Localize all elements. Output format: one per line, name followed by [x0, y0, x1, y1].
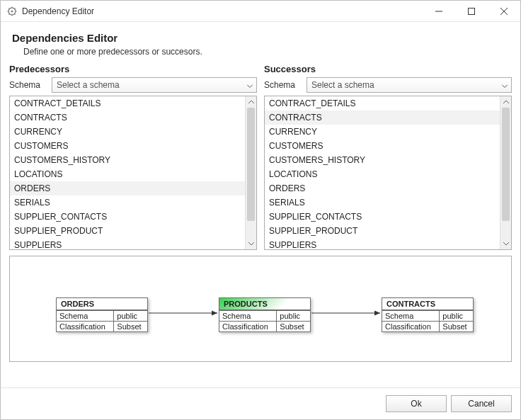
predecessors-schema-select[interactable]: Select a schema: [52, 77, 257, 93]
list-item[interactable]: CONTRACT_DETAILS: [265, 96, 500, 110]
cancel-button[interactable]: Cancel: [451, 395, 512, 412]
node-row-label: Schema: [382, 311, 440, 322]
list-item[interactable]: LOCATIONS: [265, 167, 500, 181]
list-item[interactable]: ORDERS: [10, 181, 245, 195]
node-row-label: Schema: [219, 311, 277, 322]
successors-schema-value: Select a schema: [311, 80, 374, 90]
content: Dependencies Editor Define one or more p…: [1, 22, 520, 387]
node-row-value: public: [114, 311, 147, 322]
titlebar: Dependency Editor: [1, 1, 520, 22]
list-item[interactable]: SUPPLIER_CONTACTS: [265, 210, 500, 224]
node-title: ORDERS: [57, 298, 147, 310]
node-row-value: Subset: [277, 322, 310, 332]
predecessors-listbox[interactable]: CONTRACT_DETAILSCONTRACTSCURRENCYCUSTOME…: [9, 96, 257, 250]
node-title: PRODUCTS: [219, 298, 310, 310]
diagram-panel: ORDERSSchemapublicClassificationSubsetPR…: [9, 256, 512, 362]
chevron-down-icon: [247, 80, 253, 91]
successors-column: Successors Schema Select a schema CONTRA…: [264, 64, 512, 250]
successors-schema-row: Schema Select a schema: [264, 77, 512, 93]
list-item[interactable]: CUSTOMERS: [10, 139, 245, 153]
node-row-value: Subset: [440, 322, 473, 332]
list-item[interactable]: SUPPLIERS: [265, 238, 500, 249]
scroll-thumb[interactable]: [247, 108, 255, 221]
successors-title: Successors: [264, 64, 512, 74]
node-title: CONTRACTS: [382, 298, 473, 310]
list-item[interactable]: SERIALS: [265, 195, 500, 210]
node-row-label: Classification: [57, 322, 114, 332]
scroll-down-icon[interactable]: [246, 238, 256, 249]
scroll-up-icon[interactable]: [500, 96, 511, 108]
predecessors-title: Predecessors: [9, 64, 257, 74]
maximize-button[interactable]: [455, 1, 488, 22]
list-item[interactable]: SUPPLIER_CONTACTS: [10, 210, 245, 224]
list-item[interactable]: CONTRACTS: [265, 110, 500, 125]
scrollbar[interactable]: [245, 96, 256, 249]
node-row-label: Schema: [57, 311, 114, 322]
close-button[interactable]: [488, 1, 520, 22]
svg-rect-11: [469, 8, 475, 14]
list-item[interactable]: SUPPLIERS: [10, 238, 245, 249]
list-item[interactable]: LOCATIONS: [10, 167, 245, 181]
predecessors-schema-value: Select a schema: [57, 80, 120, 90]
diagram-node[interactable]: PRODUCTSSchemapublicClassificationSubset: [219, 297, 311, 332]
list-item[interactable]: CUSTOMERS_HISTORY: [265, 153, 500, 167]
node-row-label: Classification: [382, 322, 440, 332]
list-item[interactable]: CURRENCY: [265, 125, 500, 139]
list-item[interactable]: CUSTOMERS: [265, 139, 500, 153]
scroll-thumb[interactable]: [502, 108, 510, 221]
predecessors-schema-label: Schema: [9, 80, 47, 90]
app-icon: [6, 6, 18, 17]
list-item[interactable]: CUSTOMERS_HISTORY: [10, 153, 245, 167]
minimize-button[interactable]: [423, 1, 455, 22]
predecessors-schema-row: Schema Select a schema: [9, 77, 257, 93]
predecessors-column: Predecessors Schema Select a schema CONT…: [9, 64, 257, 250]
scrollbar[interactable]: [500, 96, 511, 249]
list-item[interactable]: SUPPLIER_PRODUCT: [10, 224, 245, 238]
list-item[interactable]: SERIALS: [10, 195, 245, 210]
ok-button[interactable]: Ok: [386, 395, 447, 412]
scroll-down-icon[interactable]: [500, 238, 511, 249]
button-bar: Ok Cancel: [1, 387, 520, 419]
svg-point-1: [11, 10, 13, 12]
diagram-node[interactable]: CONTRACTSSchemapublicClassificationSubse…: [382, 297, 474, 332]
node-row-value: public: [440, 311, 473, 322]
scroll-up-icon[interactable]: [246, 96, 256, 108]
dependency-editor-window: Dependency Editor Dependencies Editor De…: [0, 0, 521, 420]
diagram-node[interactable]: ORDERSSchemapublicClassificationSubset: [56, 297, 148, 332]
list-item[interactable]: CURRENCY: [10, 125, 245, 139]
list-item[interactable]: CONTRACT_DETAILS: [10, 96, 245, 110]
columns: Predecessors Schema Select a schema CONT…: [9, 64, 512, 250]
list-item[interactable]: SUPPLIER_PRODUCT: [265, 224, 500, 238]
node-row-value: public: [277, 311, 310, 322]
node-row-label: Classification: [219, 322, 277, 332]
page-title: Dependencies Editor: [12, 32, 512, 44]
successors-listbox[interactable]: CONTRACT_DETAILSCONTRACTSCURRENCYCUSTOME…: [264, 96, 512, 250]
window-title: Dependency Editor: [22, 6, 94, 16]
successors-schema-label: Schema: [264, 80, 302, 90]
node-row-value: Subset: [114, 322, 147, 332]
page-subtitle: Define one or more predecessors or succe…: [23, 47, 512, 57]
list-item[interactable]: CONTRACTS: [10, 110, 245, 125]
list-item[interactable]: ORDERS: [265, 181, 500, 195]
chevron-down-icon: [502, 80, 508, 91]
successors-schema-select[interactable]: Select a schema: [307, 77, 512, 93]
